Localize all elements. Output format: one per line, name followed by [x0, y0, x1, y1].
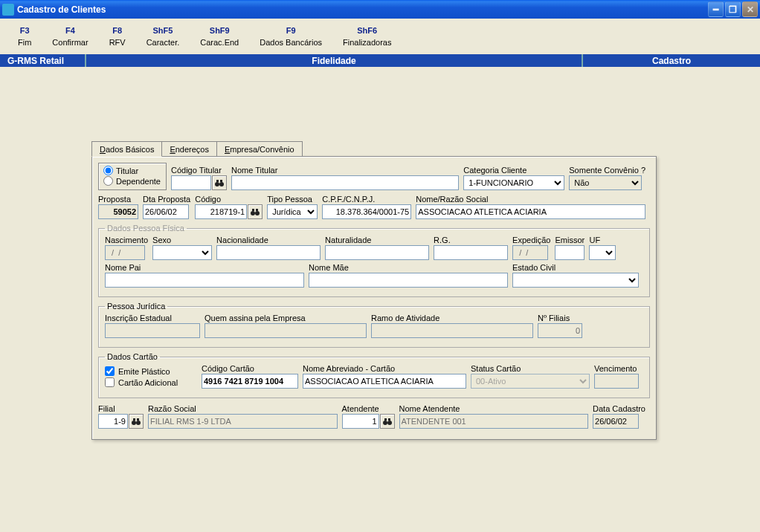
form-panel: Titular Dependente Código Titular Nome T…	[91, 156, 657, 440]
nascimento-input[interactable]	[105, 245, 145, 260]
sexo-select[interactable]	[152, 245, 212, 260]
razao-social-input	[148, 414, 338, 429]
uf-select[interactable]	[589, 245, 616, 260]
dta-proposta-input[interactable]	[143, 204, 189, 219]
n-filiais-label: Nº Filiais	[538, 314, 582, 322]
codigo-titular-input[interactable]	[171, 175, 211, 190]
nome-abreviado-input[interactable]	[303, 374, 466, 389]
nome-pai-input[interactable]	[105, 273, 304, 288]
uf-label: UF	[589, 236, 616, 244]
codigo-titular-lookup-button[interactable]	[212, 175, 227, 190]
nome-abreviado-label: Nome Abreviado - Cartão	[303, 364, 466, 373]
maximize-button[interactable]: ❐	[725, 1, 741, 17]
estado-civil-select[interactable]	[512, 273, 639, 288]
naturalidade-label: Naturalidade	[325, 236, 429, 244]
svg-rect-7	[256, 209, 258, 211]
vencimento-input[interactable]	[594, 374, 639, 389]
banner: G-RMS Retail Fidelidade Cadastro	[0, 54, 760, 67]
svg-rect-10	[133, 418, 135, 421]
radio-titular[interactable]	[103, 166, 113, 175]
tab-empresa-convenio[interactable]: Empresa/Convênio	[216, 141, 303, 156]
codigo-lookup-button[interactable]	[248, 204, 263, 219]
codigo-input[interactable]	[195, 204, 247, 219]
cartao-adicional-label: Cartão Adicional	[118, 378, 178, 387]
somente-convenio-select[interactable]: Não	[569, 175, 642, 190]
tipo-pessoa-label: Tipo Pessoa	[267, 195, 318, 204]
svg-rect-11	[137, 418, 139, 421]
menubar: F3Fim F4Confirmar F8RFV ShF5Caracter. Sh…	[0, 19, 760, 54]
tipo-pessoa-select[interactable]: Jurídica	[267, 204, 318, 219]
inscricao-estadual-input[interactable]	[105, 323, 200, 338]
emissor-input[interactable]	[555, 245, 585, 260]
categoria-cliente-select[interactable]: 1-FUNCIONARIO	[463, 175, 564, 190]
nome-atendente-input	[399, 414, 589, 429]
menu-fim[interactable]: F3Fim	[7, 19, 42, 54]
n-filiais-input[interactable]	[538, 323, 582, 338]
rg-input[interactable]	[434, 245, 508, 260]
svg-rect-6	[252, 209, 254, 211]
banner-mid: Fidelidade	[86, 54, 582, 67]
data-cadastro-label: Data Cadastro	[593, 404, 645, 413]
dta-proposta-label: Dta Proposta	[143, 195, 190, 204]
nacionalidade-label: Nacionalidade	[216, 236, 321, 244]
proposta-input	[98, 204, 138, 219]
nacionalidade-input[interactable]	[216, 245, 321, 260]
atendente-input[interactable]	[342, 414, 379, 429]
expedicao-label: Expedição	[512, 236, 550, 244]
quem-assina-input[interactable]	[205, 323, 367, 338]
radio-dependente-label: Dependente	[116, 177, 161, 186]
nome-titular-label: Nome Titular	[231, 166, 459, 175]
status-cartao-select: 00-Ativo	[471, 374, 590, 389]
svg-point-8	[132, 421, 136, 425]
pessoa-juridica-legend: Pessoa Jurídica	[105, 302, 167, 311]
tab-dados-basicos[interactable]: Dados Básicos	[91, 141, 162, 157]
svg-point-0	[215, 182, 219, 186]
binoculars-icon	[131, 418, 141, 426]
menu-finalizadoras[interactable]: ShF6Finalizadoras	[332, 19, 402, 54]
razao-social-label: Razão Social	[148, 404, 338, 413]
codigo-cartao-input[interactable]	[202, 374, 298, 389]
ramo-atividade-input[interactable]	[371, 323, 533, 338]
cartao-adicional-checkbox[interactable]	[105, 377, 115, 387]
filial-label: Filial	[98, 404, 144, 413]
rg-label: R.G.	[434, 236, 508, 244]
nome-atendente-label: Nome Atendente	[399, 404, 589, 413]
ramo-atividade-label: Ramo de Atividade	[371, 314, 533, 322]
proposta-label: Proposta	[98, 195, 138, 204]
filial-lookup-button[interactable]	[129, 414, 144, 429]
somente-convenio-label: Somente Convênio ?	[569, 166, 645, 175]
naturalidade-input[interactable]	[325, 245, 429, 260]
titular-dependente-group: Titular Dependente	[98, 163, 167, 190]
data-cadastro-input	[593, 414, 639, 429]
cpf-cnpj-input[interactable]	[322, 204, 411, 219]
codigo-label: Código	[195, 195, 263, 204]
svg-point-9	[136, 421, 141, 425]
menu-rfv[interactable]: F8RFV	[99, 19, 136, 54]
categoria-cliente-label: Categoria Cliente	[463, 166, 564, 175]
atendente-lookup-button[interactable]	[380, 414, 395, 429]
svg-point-13	[387, 421, 392, 425]
emite-plastico-checkbox[interactable]	[105, 366, 115, 376]
close-button[interactable]: ✕	[742, 1, 758, 17]
nome-mae-label: Nome Mãe	[309, 263, 508, 272]
filial-input[interactable]	[98, 414, 128, 429]
menu-carac-end[interactable]: ShF9Carac.End	[190, 19, 249, 54]
nome-mae-input[interactable]	[309, 273, 508, 288]
svg-rect-14	[384, 418, 387, 421]
dados-cartao-group: Dados Cartão Emite Plástico Cartão Adici…	[98, 352, 650, 398]
nome-titular-input[interactable]	[231, 175, 459, 190]
codigo-cartao-label: Código Cartão	[202, 364, 298, 373]
nome-razao-input[interactable]	[416, 204, 645, 219]
menu-dados-bancarios[interactable]: F9Dados Bancários	[249, 19, 332, 54]
radio-dependente[interactable]	[103, 176, 113, 186]
expedicao-input[interactable]	[512, 245, 548, 260]
menu-caracter[interactable]: ShF5Caracter.	[136, 19, 190, 54]
sexo-label: Sexo	[152, 236, 212, 244]
minimize-button[interactable]: ━	[708, 1, 724, 17]
menu-confirmar[interactable]: F4Confirmar	[42, 19, 98, 54]
tab-enderecos[interactable]: Endereços	[161, 141, 217, 156]
emite-plastico-label: Emite Plástico	[118, 367, 170, 376]
binoculars-icon	[382, 418, 393, 426]
window-title: Cadastro de Clientes	[17, 4, 706, 15]
atendente-label: Atendente	[342, 404, 395, 413]
